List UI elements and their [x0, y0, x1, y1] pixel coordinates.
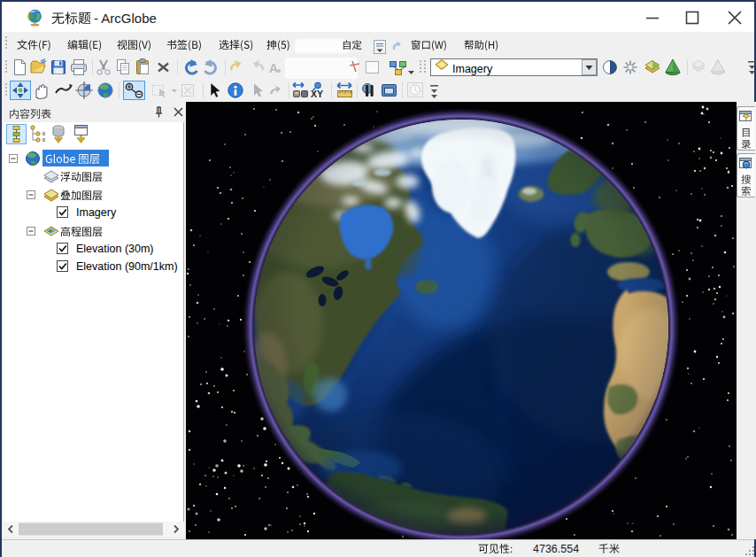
svg-text:XY: XY	[311, 89, 323, 99]
svg-text:Imagery: Imagery	[452, 63, 493, 75]
svg-text:A: A	[269, 61, 278, 75]
